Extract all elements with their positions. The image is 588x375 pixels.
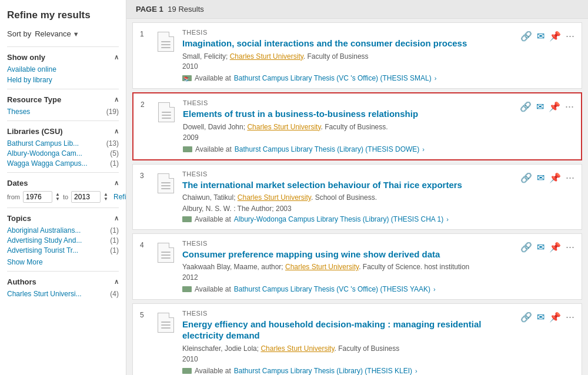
avail-link-2[interactable]: Bathurst Campus Library Thesis (Library)… — [235, 145, 420, 153]
result-number-3: 3 — [140, 172, 149, 180]
more-icon-4[interactable]: ··· — [566, 241, 574, 253]
sort-label: Sort by — [7, 29, 31, 38]
result-number-2: 2 — [141, 101, 150, 109]
email-icon-1[interactable]: ✉ — [537, 31, 544, 42]
aboriginal-link[interactable]: Aboriginal Australians... — [7, 226, 81, 235]
result-year-5: 2010 — [182, 355, 510, 363]
doc-line — [161, 257, 171, 259]
result-type-2: THESIS — [183, 99, 509, 106]
svg-rect-2 — [183, 146, 192, 152]
aboriginal-count: (1) — [110, 226, 119, 235]
email-icon-3[interactable]: ✉ — [537, 172, 544, 183]
refine-dates-button[interactable]: Refine — [113, 193, 126, 201]
sidebar-title: Refine my results — [7, 9, 119, 21]
dates-chevron-icon[interactable]: ∧ — [114, 179, 119, 187]
doc-line — [161, 322, 171, 323]
from-date-spinner[interactable]: ▲▼ — [55, 192, 60, 202]
result-title-3[interactable]: The international market selection behav… — [182, 179, 510, 191]
document-icon-3 — [158, 173, 174, 193]
more-icon-5[interactable]: ··· — [566, 311, 574, 323]
result-title-5[interactable]: Energy effiency and household decision-m… — [182, 319, 510, 341]
link-icon-2[interactable]: 🔗 — [520, 101, 532, 112]
result-body-1: THESIS Imagination, social interactions … — [182, 29, 510, 82]
topics-chevron-icon[interactable]: ∧ — [114, 215, 119, 222]
availability-5: Available at Bathurst Campus Library The… — [182, 367, 510, 375]
from-date-input[interactable] — [23, 191, 52, 203]
result-item-4: 4 THESIS Consumer preference mapping usi… — [132, 233, 582, 300]
sort-select[interactable]: Relevance ▼ — [35, 29, 79, 38]
wagga-link[interactable]: Wagga Wagga Campus... — [7, 159, 88, 168]
availability-icon-4 — [182, 285, 192, 293]
email-icon-2[interactable]: ✉ — [536, 101, 544, 112]
link-icon-1[interactable]: 🔗 — [520, 31, 532, 42]
doc-lines-1 — [159, 38, 172, 50]
more-icon-1[interactable]: ··· — [566, 30, 574, 42]
result-title-4[interactable]: Consumer preference mapping using wine s… — [182, 249, 510, 260]
pin-icon-4[interactable]: 📌 — [549, 242, 561, 253]
pin-icon-2[interactable]: 📌 — [549, 101, 560, 112]
avail-link-4[interactable]: Bathurst Campus Library Thesis (VC 's Of… — [234, 285, 430, 293]
doc-lines-4 — [159, 248, 172, 260]
doc-line — [161, 327, 171, 329]
result-title-2[interactable]: Elements of trust in a business-to-busin… — [183, 108, 509, 120]
availability-3: Available at Albury-Wodonga Campus Libra… — [182, 215, 510, 223]
show-more-topics-button[interactable]: Show More — [7, 258, 43, 266]
pin-icon-3[interactable]: 📌 — [549, 172, 561, 183]
doc-lines-2 — [160, 108, 173, 120]
show-only-chevron-icon[interactable]: ∧ — [114, 53, 119, 61]
avail-link-1[interactable]: Bathurst Campus Library Thesis (VC 's Of… — [234, 74, 432, 82]
link-icon-4[interactable]: 🔗 — [520, 242, 532, 253]
avail-link-3[interactable]: Albury-Wodonga Campus Library Thesis (Li… — [234, 215, 443, 223]
doc-line — [162, 115, 171, 116]
email-icon-5[interactable]: ✉ — [537, 312, 544, 323]
pin-icon-5[interactable]: 📌 — [549, 312, 561, 323]
available-online-link[interactable]: Available online — [7, 65, 119, 73]
result-type-1: THESIS — [182, 29, 510, 36]
more-icon-3[interactable]: ··· — [566, 172, 574, 184]
resource-type-chevron-icon[interactable]: ∧ — [114, 96, 119, 103]
to-date-input[interactable] — [71, 191, 101, 203]
email-icon-4[interactable]: ✉ — [537, 242, 544, 253]
result-item-2: 2 THESIS Elements of trust in a business… — [132, 92, 582, 160]
result-meta-4: Yaakwaah Blay, Maame, author; Charles St… — [182, 262, 510, 272]
advertising-tourist-link[interactable]: Advertising Tourist Tr... — [7, 246, 78, 255]
result-actions-4: 🔗 ✉ 📌 ··· — [520, 241, 574, 253]
divider-1 — [7, 46, 119, 47]
doc-line — [161, 188, 171, 189]
meta-pre-2: Dowell, David John; — [183, 123, 247, 131]
result-icon-5 — [155, 310, 176, 336]
results-header: PAGE 1 19 Results — [126, 0, 588, 19]
avail-link-5[interactable]: Bathurst Campus Library Thesis (Library)… — [234, 367, 412, 375]
bathurst-link[interactable]: Bathurst Campus Lib... — [7, 139, 79, 148]
result-actions-5: 🔗 ✉ 📌 ··· — [520, 311, 574, 323]
to-date-spinner[interactable]: ▲▼ — [103, 192, 108, 202]
link-icon-5[interactable]: 🔗 — [520, 312, 532, 323]
dates-label: Dates — [7, 179, 28, 188]
libraries-chevron-icon[interactable]: ∧ — [114, 128, 119, 135]
result-meta-2: Dowell, David John; Charles Sturt Univer… — [183, 122, 509, 132]
link-icon-3[interactable]: 🔗 — [520, 172, 532, 183]
authors-header: Authors ∧ — [7, 277, 119, 286]
held-by-library-link[interactable]: Held by library — [7, 76, 119, 84]
albury-link[interactable]: Albury-Wodonga Cam... — [7, 149, 82, 158]
result-item-5: 5 THESIS Energy effiency and household d… — [132, 303, 582, 375]
resource-type-label: Resource Type — [7, 95, 61, 104]
divider-4 — [7, 172, 119, 173]
more-icon-2[interactable]: ··· — [565, 101, 574, 113]
charles-sturt-link[interactable]: Charles Sturt Universi... — [7, 290, 82, 298]
divider-6 — [7, 271, 119, 272]
result-year-4: 2012 — [182, 273, 510, 282]
show-only-header: Show only ∧ — [7, 53, 119, 62]
advertising-study-link[interactable]: Advertising Study And... — [7, 236, 82, 245]
result-type-5: THESIS — [182, 310, 510, 317]
result-meta-3b: Albury, N. S. W. : The Author; 2003 — [182, 204, 510, 214]
avail-chevron-icon-2: › — [422, 146, 425, 153]
result-title-1[interactable]: Imagination, social interactions and the… — [182, 38, 510, 49]
availability-icon-3 — [182, 215, 192, 223]
result-meta-3: Chaiwun, Tatikul; Charles Sturt Universi… — [182, 193, 510, 203]
theses-link[interactable]: Theses — [7, 108, 30, 116]
doc-line — [161, 255, 171, 256]
pin-icon-1[interactable]: 📌 — [549, 31, 561, 42]
authors-chevron-icon[interactable]: ∧ — [114, 278, 119, 286]
result-body-3: THESIS The international market selectio… — [182, 170, 510, 223]
